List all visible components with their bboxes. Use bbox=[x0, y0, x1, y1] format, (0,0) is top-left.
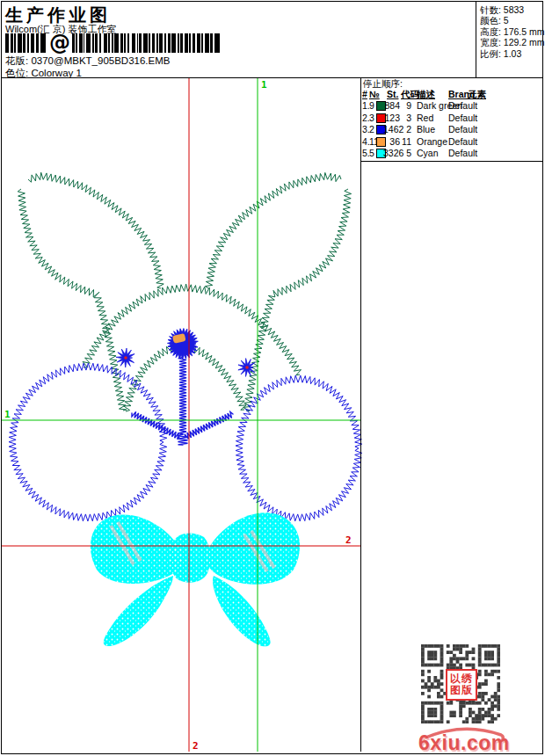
header-divider bbox=[2, 77, 542, 78]
marker-label: 1 bbox=[261, 79, 267, 91]
bow-stitch-texture bbox=[213, 576, 271, 646]
watermark-site-text: 6xiu.com bbox=[418, 731, 510, 755]
bow-stitch-texture bbox=[206, 512, 300, 584]
eye-pupil-dot bbox=[245, 366, 249, 369]
zigzag-outline-stitch bbox=[28, 172, 164, 288]
zigzag-outline-stitch bbox=[243, 189, 352, 411]
marker-label: 2 bbox=[345, 534, 352, 546]
design-area-border bbox=[360, 77, 361, 752]
marker-label: 1 bbox=[4, 409, 11, 420]
table-bottom-border bbox=[360, 161, 542, 162]
mouth-satin-stitch bbox=[185, 412, 233, 440]
stats-divider bbox=[476, 2, 476, 77]
zigzag-outline-stitch bbox=[18, 189, 127, 411]
mouth-satin-stitch bbox=[132, 411, 179, 439]
zigzag-outline-stitch bbox=[205, 172, 341, 288]
marker-label: 2 bbox=[193, 740, 199, 752]
mouth-satin-stitch bbox=[179, 357, 186, 434]
stamp-text: 图版 bbox=[447, 685, 476, 696]
bow-stitch-texture bbox=[91, 515, 183, 584]
qr-code: 以绣图版 bbox=[421, 644, 500, 727]
stitch-layer bbox=[9, 172, 362, 646]
bow-fill-stitch bbox=[91, 512, 300, 646]
red-seal-stamp: 以绣图版 bbox=[446, 669, 477, 701]
nose-stitch bbox=[168, 329, 199, 360]
embroidery-design-canvas: 1212 bbox=[2, 2, 542, 752]
worksheet-page: 生产作业图 Wilcom(汇 京) 装饰工作室 @ 花版: 0370@MBKT_… bbox=[1, 1, 543, 754]
production-worksheet: 生产作业图 Wilcom(汇 京) 装饰工作室 @ 花版: 0370@MBKT_… bbox=[0, 0, 545, 756]
embroidery-design-svg: 1212 bbox=[2, 2, 542, 752]
bow-stitch-texture bbox=[104, 576, 173, 646]
eye-pupil-dot bbox=[124, 356, 127, 360]
zigzag-circle-stitch bbox=[236, 375, 362, 521]
watermark: 6xiu.com bbox=[413, 719, 519, 756]
bow-stitch-texture bbox=[170, 533, 210, 582]
zigzag-circle-stitch bbox=[9, 363, 167, 521]
